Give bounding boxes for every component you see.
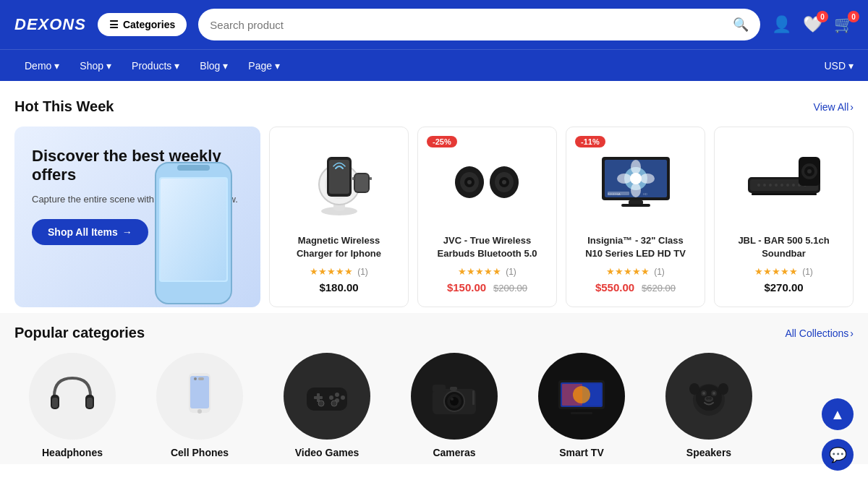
search-input[interactable]	[210, 19, 733, 31]
view-all-link[interactable]: View All ›	[814, 101, 854, 113]
nav-item-demo[interactable]: Demo ▾	[14, 50, 69, 82]
nav-item-shop[interactable]: Shop ▾	[69, 50, 122, 82]
categories-title: Popular categories	[14, 325, 145, 341]
category-item-speakers[interactable]: Speakers	[651, 353, 767, 458]
wishlist-badge: 0	[817, 11, 828, 22]
category-circle	[411, 353, 498, 440]
product-image	[741, 139, 827, 226]
cart-button[interactable]: 🛒 0	[834, 15, 854, 34]
product-rating: ★★★★★(1)	[310, 266, 368, 277]
nav-item-page[interactable]: Page ▾	[238, 50, 290, 82]
svg-rect-16	[329, 160, 349, 194]
svg-point-88	[573, 386, 590, 403]
category-label: Cameras	[433, 447, 475, 458]
svg-rect-82	[450, 387, 457, 390]
discount-badge: -11%	[575, 136, 605, 147]
product-name: Magnetic Wireless Charger for Iphone	[281, 234, 396, 262]
svg-rect-66	[198, 377, 204, 380]
wishlist-button[interactable]: 🤍 0	[803, 15, 822, 34]
svg-point-49	[786, 184, 789, 187]
svg-rect-8	[177, 165, 210, 171]
svg-point-65	[194, 377, 197, 380]
product-price: $180.00	[319, 281, 358, 294]
main-nav: Demo ▾ Shop ▾ Products ▾ Blog ▾ Page ▾ U…	[0, 49, 868, 81]
svg-rect-57	[752, 193, 817, 195]
category-circle	[665, 353, 752, 440]
search-bar: 🔍	[198, 9, 760, 40]
svg-text:INSIGNIA: INSIGNIA	[608, 192, 621, 196]
all-collections-link[interactable]: All Collections ›	[785, 328, 854, 339]
svg-rect-61	[87, 398, 93, 408]
svg-point-35	[640, 174, 655, 184]
svg-point-73	[329, 395, 333, 400]
svg-point-97	[705, 396, 713, 402]
header: DEXONS ☰ Categories 🔍 👤 🤍 0 🛒 0	[0, 0, 868, 49]
promo-phone-image	[116, 155, 260, 307]
chevron-down-icon: ▾	[174, 60, 179, 72]
categories-grid: Headphones Cell Phones	[14, 353, 854, 458]
category-item-headphones[interactable]: Headphones	[14, 353, 130, 458]
user-icon-button[interactable]: 👤	[772, 15, 791, 34]
category-circle	[538, 353, 625, 440]
product-card[interactable]: -25% JVC - True Wireless Earbuds Bluetoo…	[417, 127, 557, 307]
header-icons: 👤 🤍 0 🛒 0	[772, 15, 854, 34]
category-label: Video Games	[295, 447, 359, 458]
search-button[interactable]: 🔍	[733, 17, 749, 33]
category-label: Speakers	[686, 447, 731, 458]
svg-point-64	[197, 409, 202, 414]
svg-point-50	[792, 184, 795, 187]
product-image	[296, 139, 383, 226]
svg-point-100	[689, 383, 699, 395]
product-price-container: $150.00 $200.00	[447, 281, 527, 294]
nav-item-blog[interactable]: Blog ▾	[190, 50, 238, 82]
svg-point-101	[718, 383, 728, 395]
svg-point-24	[467, 180, 472, 184]
sale-price: $150.00	[447, 281, 486, 294]
svg-rect-67	[307, 388, 347, 411]
svg-rect-69	[317, 393, 320, 402]
svg-point-98	[706, 397, 709, 400]
category-label: Smart TV	[559, 447, 603, 458]
nav-item-products[interactable]: Products ▾	[122, 50, 190, 82]
product-card[interactable]: JBL - BAR 500 5.1ch Soundbar ★★★★★(1) $2…	[714, 127, 854, 307]
scroll-to-top-button[interactable]: ▲	[822, 398, 854, 430]
svg-point-33	[631, 183, 641, 197]
product-card[interactable]: Magnetic Wireless Charger for Iphone ★★★…	[269, 127, 409, 307]
svg-text:HD: HD	[643, 192, 647, 196]
promo-card: Discover the best weekly offers Capture …	[14, 127, 260, 307]
original-price: $620.00	[642, 283, 676, 294]
currency-selector[interactable]: USD ▾	[824, 60, 854, 72]
category-item-games[interactable]: Video Games	[269, 353, 385, 458]
product-price-container: $550.00 $620.00	[595, 281, 676, 294]
product-rating: ★★★★★(1)	[606, 266, 665, 277]
chevron-down-icon: ▾	[275, 60, 280, 72]
product-name: JBL - BAR 500 5.1ch Soundbar	[726, 234, 841, 262]
category-item-tv[interactable]: Smart TV	[524, 353, 639, 458]
svg-point-56	[807, 169, 812, 174]
svg-point-99	[709, 397, 712, 400]
svg-point-36	[630, 173, 642, 184]
product-price: $270.00	[764, 281, 803, 294]
sale-price: $550.00	[595, 281, 634, 294]
arrow-right-icon: ›	[850, 328, 854, 339]
svg-rect-9	[161, 179, 226, 281]
category-item-cameras[interactable]: Cameras	[396, 353, 512, 458]
chevron-down-icon: ▾	[223, 60, 228, 72]
svg-point-28	[502, 180, 506, 184]
categories-button[interactable]: ☰ Categories	[98, 13, 187, 36]
product-rating: ★★★★★(1)	[458, 266, 516, 277]
svg-point-75	[331, 401, 337, 406]
category-circle	[29, 353, 116, 440]
product-name: Insignia™ - 32" Class N10 Series LED HD …	[578, 234, 693, 262]
svg-point-74	[318, 401, 324, 406]
category-label: Cell Phones	[171, 447, 229, 458]
product-card[interactable]: -11% INSIGNIA HD	[566, 127, 705, 307]
svg-rect-60	[52, 398, 58, 408]
svg-point-34	[617, 174, 631, 184]
original-price: $200.00	[493, 283, 527, 294]
svg-rect-63	[190, 376, 209, 408]
category-item-phones[interactable]: Cell Phones	[142, 353, 258, 458]
logo: DEXONS	[14, 15, 86, 34]
cart-badge: 0	[848, 11, 859, 22]
svg-rect-41	[621, 204, 650, 207]
